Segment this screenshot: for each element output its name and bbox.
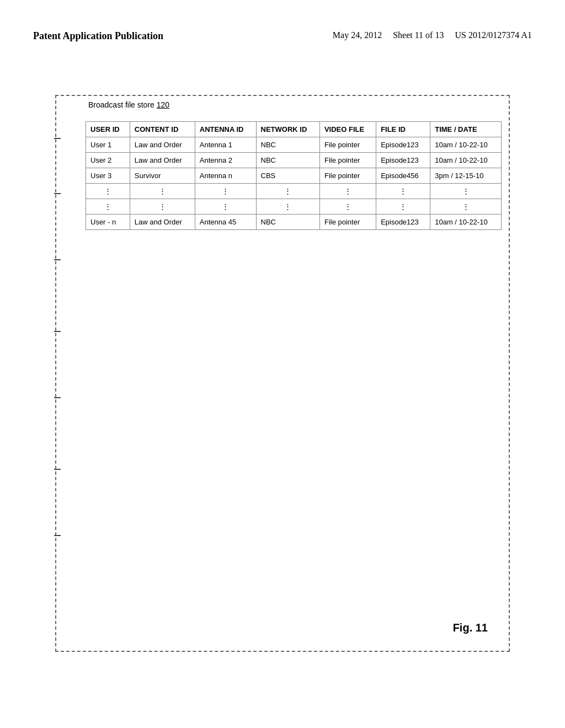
cell-user-ellipsis-2: ⋮	[86, 199, 130, 215]
col-header-time-date: TIME / DATE	[430, 122, 502, 137]
tick-mark-1	[54, 138, 61, 139]
col-header-user-id: USER ID	[86, 122, 130, 137]
cell-antenna-3: Antenna n	[195, 168, 256, 184]
cell-network-3: CBS	[256, 168, 319, 184]
cell-network-ellipsis-2: ⋮	[256, 199, 319, 215]
table-container: USER ID CONTENT ID ANTENNA ID NETWORK ID…	[86, 121, 502, 230]
cell-time-2: 10am / 10-22-10	[430, 153, 502, 168]
broadcast-id: 120	[157, 100, 169, 109]
cell-content-n: Law and Order	[130, 215, 195, 230]
sheet-info: Sheet 11 of 13	[393, 30, 444, 40]
col-header-file-id: FILE ID	[376, 122, 430, 137]
dashed-border-left	[55, 95, 56, 652]
cell-antenna-n: Antenna 45	[195, 215, 256, 230]
cell-file-ellipsis-2: ⋮	[376, 199, 430, 215]
table-row: ⋮ ⋮ ⋮ ⋮ ⋮ ⋮ ⋮	[86, 184, 502, 199]
data-table: USER ID CONTENT ID ANTENNA ID NETWORK ID…	[86, 121, 502, 230]
cell-user-3: User 3	[86, 168, 130, 184]
cell-network-2: NBC	[256, 153, 319, 168]
tick-mark-6	[54, 469, 61, 470]
publication-title: Patent Application Publication	[33, 30, 163, 42]
cell-time-ellipsis-2: ⋮	[430, 199, 502, 215]
tick-mark-4	[54, 331, 61, 332]
cell-content-1: Law and Order	[130, 137, 195, 153]
table-row: User - n Law and Order Antenna 45 NBC Fi…	[86, 215, 502, 230]
cell-network-ellipsis-1: ⋮	[256, 184, 319, 199]
cell-content-ellipsis-1: ⋮	[130, 184, 195, 199]
figure-label: Fig. 11	[453, 622, 488, 634]
dashed-border-right	[509, 95, 510, 652]
tick-mark-7	[54, 535, 61, 536]
col-header-antenna-id: ANTENNA ID	[195, 122, 256, 137]
cell-time-3: 3pm / 12-15-10	[430, 168, 502, 184]
table-row: User 2 Law and Order Antenna 2 NBC File …	[86, 153, 502, 168]
cell-file-n: Episode123	[376, 215, 430, 230]
cell-video-3: File pointer	[319, 168, 376, 184]
table-row: ⋮ ⋮ ⋮ ⋮ ⋮ ⋮ ⋮	[86, 199, 502, 215]
pub-date: May 24, 2012	[333, 30, 382, 40]
table-row: User 1 Law and Order Antenna 1 NBC File …	[86, 137, 502, 153]
table-header-row: USER ID CONTENT ID ANTENNA ID NETWORK ID…	[86, 122, 502, 137]
cell-video-ellipsis-1: ⋮	[319, 184, 376, 199]
cell-antenna-ellipsis-2: ⋮	[195, 199, 256, 215]
col-header-network-id: NETWORK ID	[256, 122, 319, 137]
cell-video-1: File pointer	[319, 137, 376, 153]
cell-antenna-1: Antenna 1	[195, 137, 256, 153]
cell-user-1: User 1	[86, 137, 130, 153]
header-info: May 24, 2012 Sheet 11 of 13 US 2012/0127…	[333, 30, 532, 42]
cell-user-2: User 2	[86, 153, 130, 168]
page-header: Patent Application Publication May 24, 2…	[0, 30, 565, 42]
cell-user-n: User - n	[86, 215, 130, 230]
cell-file-2: Episode123	[376, 153, 430, 168]
dashed-border-top	[55, 95, 510, 96]
cell-content-3: Survivor	[130, 168, 195, 184]
cell-time-n: 10am / 10-22-10	[430, 215, 502, 230]
cell-video-n: File pointer	[319, 215, 376, 230]
cell-content-ellipsis-2: ⋮	[130, 199, 195, 215]
cell-file-1: Episode123	[376, 137, 430, 153]
cell-network-1: NBC	[256, 137, 319, 153]
cell-antenna-ellipsis-1: ⋮	[195, 184, 256, 199]
main-diagram: Broadcast file store 120 USER ID CONTENT…	[33, 83, 532, 695]
cell-time-ellipsis-1: ⋮	[430, 184, 502, 199]
tick-mark-5	[54, 397, 61, 398]
cell-content-2: Law and Order	[130, 153, 195, 168]
header-date: May 24, 2012 Sheet 11 of 13 US 2012/0127…	[333, 30, 532, 40]
cell-file-3: Episode456	[376, 168, 430, 184]
broadcast-store-label: Broadcast file store 120	[88, 100, 169, 109]
cell-network-n: NBC	[256, 215, 319, 230]
table-row: User 3 Survivor Antenna n CBS File point…	[86, 168, 502, 184]
cell-file-ellipsis-1: ⋮	[376, 184, 430, 199]
cell-video-2: File pointer	[319, 153, 376, 168]
cell-video-ellipsis-2: ⋮	[319, 199, 376, 215]
tick-mark-2	[54, 193, 61, 194]
cell-time-1: 10am / 10-22-10	[430, 137, 502, 153]
dashed-border-bottom	[55, 651, 510, 652]
col-header-video-file: VIDEO FILE	[319, 122, 376, 137]
col-header-content-id: CONTENT ID	[130, 122, 195, 137]
patent-number: US 2012/0127374 A1	[455, 30, 532, 40]
tick-mark-3	[54, 259, 61, 260]
cell-user-ellipsis-1: ⋮	[86, 184, 130, 199]
cell-antenna-2: Antenna 2	[195, 153, 256, 168]
